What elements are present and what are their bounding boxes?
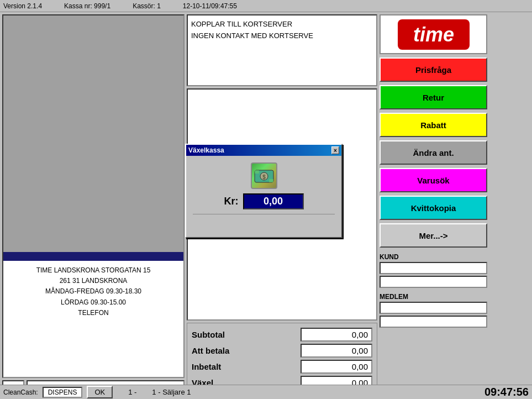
datetime-label: 12-10-11/09:47:55: [183, 2, 237, 10]
dialog-ok-area: [193, 214, 335, 230]
medlem-section: MEDLEM: [380, 293, 487, 329]
receipt-blue-bar: [3, 252, 183, 261]
andra-ant-button[interactable]: Ändra ant.: [380, 140, 487, 165]
kund-section: KUND: [380, 253, 487, 290]
dialog-kr-label: Kr:: [224, 196, 239, 207]
svg-rect-5: [255, 170, 259, 174]
dispens-field: DISPENS: [43, 387, 83, 398]
inbetalt-label: Inbetalt: [192, 362, 221, 371]
version-label: Version 2.1.4: [3, 2, 42, 10]
right-panel: time Prisfråga Retur Rabatt Ändra ant. V…: [380, 14, 487, 397]
vaxelkassa-dialog: Växelkassa × $ Kr:: [185, 144, 343, 238]
time-logo-svg: time: [398, 19, 470, 50]
receipt-hours1: MÅNDAG-FREDAG 09.30-18.30: [8, 286, 179, 297]
svg-rect-6: [269, 179, 273, 182]
rabatt-button[interactable]: Rabatt: [380, 113, 487, 137]
subtotal-row: Subtotal 0,00: [192, 328, 372, 342]
receipt-content: TIME LANDSKRONA STORGATAN 15 261 31 LAND…: [3, 261, 183, 377]
medlem-input2[interactable]: [380, 316, 487, 328]
subtotal-value: 0,00: [301, 328, 372, 342]
retur-button[interactable]: Retur: [380, 85, 487, 109]
kassor-label: Kassör: 1: [133, 2, 161, 10]
card-server-box: KOPPLAR TILL KORTSERVER INGEN KONTAKT ME…: [187, 14, 377, 86]
inbetalt-value: 0,00: [301, 360, 372, 374]
ok-button[interactable]: OK: [87, 386, 113, 398]
receipt-store: TIME LANDSKRONA STORGATAN 15: [8, 265, 179, 276]
dialog-amount-row: Kr:: [224, 193, 304, 209]
saljare-status: 1 - Säljare 1: [152, 388, 191, 396]
receipt-address: 261 31 LANDSKRONA: [8, 276, 179, 286]
dialog-icon: $: [251, 162, 277, 189]
card-server-line1: KOPPLAR TILL KORTSERVER: [191, 19, 373, 30]
attbetala-value: 0,00: [301, 344, 372, 358]
kund-input2[interactable]: [380, 276, 487, 288]
dialog-close-button[interactable]: ×: [331, 146, 339, 154]
dialog-titlebar: Växelkassa ×: [186, 145, 341, 156]
kund-input1[interactable]: [380, 262, 487, 274]
kassa-label: Kassa nr: 999/1: [64, 2, 110, 10]
attbetala-row: Att betala 0,00: [192, 344, 372, 358]
left-panel: TIME LANDSKRONA STORGATAN 15 261 31 LAND…: [2, 14, 185, 397]
dialog-title: Växelkassa: [188, 146, 224, 154]
receipt-hours2: LÖRDAG 09.30-15.00: [8, 297, 179, 308]
svg-text:$: $: [262, 174, 266, 180]
cleancash-label: CleanCash:: [3, 389, 38, 396]
subtotal-label: Subtotal: [192, 330, 225, 339]
attbetala-label: Att betala: [192, 346, 229, 355]
dialog-amount-input[interactable]: [243, 193, 304, 209]
title-bar: Version 2.1.4 Kassa nr: 999/1 Kassör: 1 …: [0, 0, 532, 12]
inbetalt-row: Inbetalt 0,00: [192, 360, 372, 374]
mer-button[interactable]: Mer...->: [380, 223, 487, 248]
time-display: 09:47:56: [484, 386, 529, 398]
status-bar: CleanCash: DISPENS OK 1 - 1 - Säljare 1 …: [0, 385, 532, 399]
dialog-body: $ Kr:: [186, 156, 341, 237]
cash-icon: $: [253, 165, 275, 187]
card-server-line2: INGEN KONTAKT MED KORTSERVE: [191, 30, 373, 42]
medlem-label: MEDLEM: [380, 293, 487, 301]
svg-text:time: time: [413, 23, 454, 46]
receipt-area: TIME LANDSKRONA STORGATAN 15 261 31 LAND…: [2, 14, 185, 378]
kassa-status: 1 -: [128, 388, 136, 396]
kvittokopia-button[interactable]: Kvittokopia: [380, 196, 487, 220]
receipt-phone: TELEFON: [8, 308, 179, 318]
varusok-button[interactable]: Varusök: [380, 168, 487, 192]
medlem-input1[interactable]: [380, 302, 487, 314]
time-logo: time: [380, 14, 487, 54]
dialog-overlay: Växelkassa × $ Kr:: [185, 144, 343, 238]
prisfraaga-button[interactable]: Prisfråga: [380, 57, 487, 82]
kund-label: KUND: [380, 253, 487, 261]
